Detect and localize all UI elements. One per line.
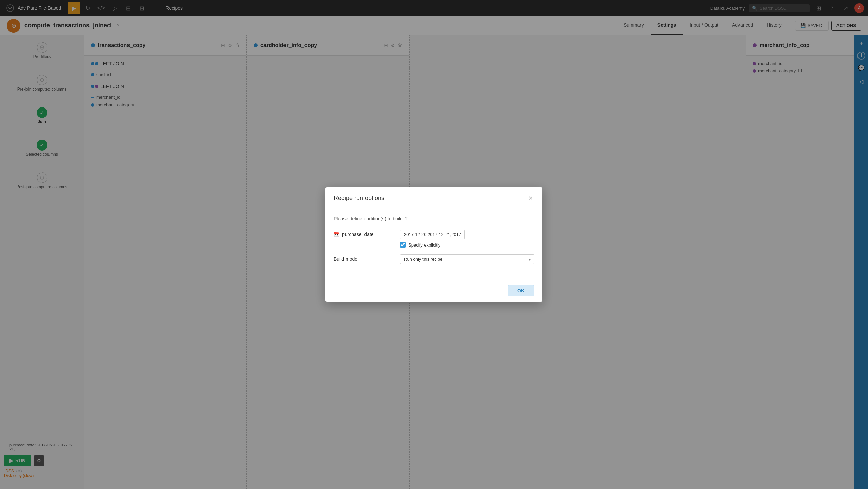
partition-row: 📅 purchase_date Specify explicitly — [334, 230, 534, 248]
modal-minimize-button[interactable]: − — [515, 194, 524, 202]
calendar-icon: 📅 — [334, 232, 339, 237]
ok-button[interactable]: OK — [508, 285, 534, 296]
partition-label: 📅 purchase_date — [334, 230, 395, 237]
modal-title: Recipe run options — [334, 195, 384, 202]
partition-input[interactable] — [400, 230, 465, 239]
modal-body: Please define partition(s) to build ? 📅 … — [326, 208, 542, 279]
modal-subtitle: Please define partition(s) to build ? — [334, 216, 534, 221]
specify-explicitly-label: Specify explicitly — [408, 242, 440, 248]
specify-explicitly-checkbox[interactable] — [400, 242, 406, 248]
partition-input-wrap: Specify explicitly — [400, 230, 534, 248]
modal-close-button[interactable]: ✕ — [526, 194, 534, 202]
modal-footer: OK — [326, 279, 542, 302]
build-mode-select-wrap: Run only this recipe Build required data… — [400, 254, 534, 264]
specify-explicitly-row: Specify explicitly — [400, 242, 534, 248]
build-mode-label: Build mode — [334, 254, 395, 262]
recipe-run-options-modal: Recipe run options − ✕ Please define par… — [326, 187, 542, 302]
build-mode-row: Build mode Run only this recipe Build re… — [334, 254, 534, 264]
build-mode-select[interactable]: Run only this recipe Build required data… — [400, 254, 534, 264]
subtitle-text: Please define partition(s) to build — [334, 216, 403, 221]
modal-controls: − ✕ — [515, 194, 534, 202]
modal-header: Recipe run options − ✕ — [326, 187, 542, 208]
modal-overlay: Recipe run options − ✕ Please define par… — [0, 0, 868, 489]
subtitle-help-icon[interactable]: ? — [405, 216, 408, 221]
